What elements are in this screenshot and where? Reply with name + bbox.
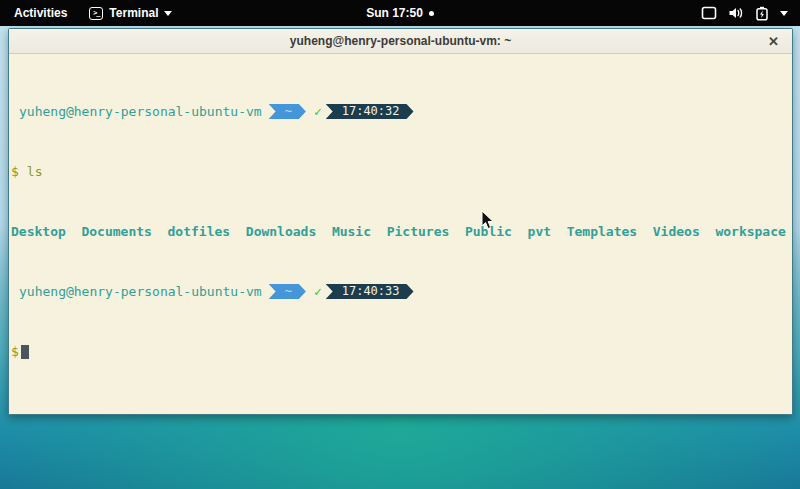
prompt-cwd-segment: ~: [269, 284, 306, 299]
prompt-line-2: yuheng@henry-personal-ubuntu-vm ~ ✓ 17:4…: [11, 284, 792, 299]
clock-label[interactable]: Sun 17:50: [366, 6, 423, 20]
prompt-user-host: yuheng@henry-personal-ubuntu-vm: [19, 284, 262, 299]
terminal-icon: >_: [89, 7, 103, 20]
ls-output: Desktop Documents dotfiles Downloads Mus…: [11, 224, 792, 239]
command-line: $ ls: [11, 164, 792, 179]
chevron-down-icon: [780, 11, 788, 16]
top-bar: Activities >_ Terminal Sun 17:50: [0, 0, 800, 26]
prompt-cwd-segment: ~: [269, 104, 306, 119]
app-menu-label: Terminal: [109, 6, 158, 20]
activities-label: Activities: [14, 6, 67, 20]
system-status-menu[interactable]: [701, 0, 800, 26]
window-title: yuheng@henry-personal-ubuntu-vm: ~: [290, 34, 511, 48]
command-text: ls: [27, 164, 43, 179]
screen-icon: [701, 6, 717, 20]
volume-icon: [728, 6, 744, 20]
activities-button[interactable]: Activities: [10, 0, 71, 26]
window-titlebar[interactable]: yuheng@henry-personal-ubuntu-vm: ~ ✕: [9, 29, 792, 54]
app-menu-terminal[interactable]: >_ Terminal: [85, 0, 176, 26]
prompt-line-1: yuheng@henry-personal-ubuntu-vm ~ ✓ 17:4…: [11, 104, 792, 119]
battery-charging-icon: [755, 6, 769, 21]
prompt-time-segment: 17:40:33: [326, 284, 414, 299]
terminal-window: yuheng@henry-personal-ubuntu-vm: ~ ✕ yuh…: [8, 28, 793, 415]
shell-prompt-symbol: $: [11, 164, 19, 179]
close-button[interactable]: ✕: [764, 32, 783, 51]
terminal-cursor: [21, 345, 29, 359]
status-check-icon: ✓: [314, 284, 322, 299]
prompt-time-segment: 17:40:32: [326, 104, 414, 119]
shell-prompt-symbol: $: [11, 344, 19, 359]
prompt-user-host: yuheng@henry-personal-ubuntu-vm: [19, 104, 262, 119]
notification-dot-icon: [429, 11, 434, 16]
terminal-content[interactable]: yuheng@henry-personal-ubuntu-vm ~ ✓ 17:4…: [9, 54, 792, 414]
current-command-line: $: [11, 344, 792, 359]
status-check-icon: ✓: [314, 104, 322, 119]
chevron-down-icon: [164, 11, 172, 16]
